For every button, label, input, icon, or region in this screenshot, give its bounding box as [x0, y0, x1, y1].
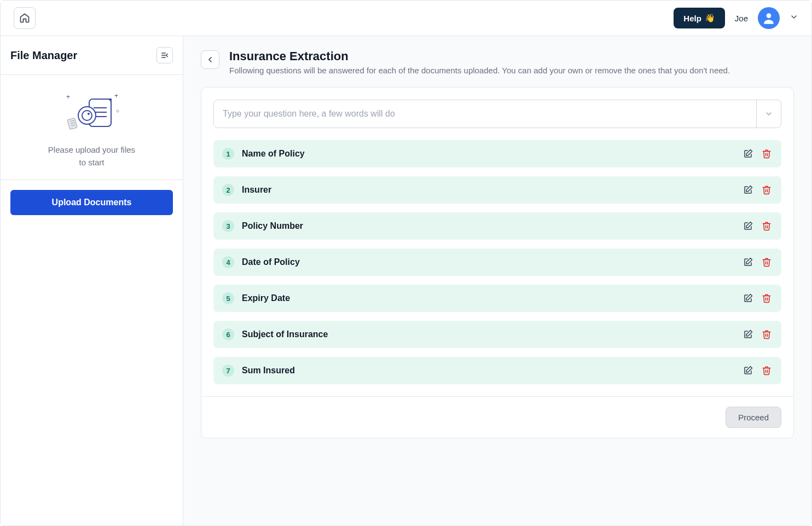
svg-point-0 [767, 13, 772, 18]
question-label: Date of Policy [242, 257, 734, 267]
question-number: 6 [222, 328, 234, 340]
question-label: Sum Insured [242, 366, 734, 375]
question-item: 3Policy Number [213, 212, 781, 240]
question-number: 2 [222, 184, 234, 196]
delete-question-button[interactable] [761, 184, 773, 196]
edit-question-button[interactable] [742, 184, 754, 196]
user-name: Joe [735, 14, 748, 23]
question-number: 1 [222, 148, 234, 160]
edit-icon [743, 257, 753, 267]
user-icon [762, 11, 776, 25]
question-item: 1Name of Policy [213, 140, 781, 167]
upload-hint-line2: to start [10, 157, 173, 169]
question-label: Policy Number [242, 221, 734, 231]
question-number: 7 [222, 365, 234, 377]
proceed-button[interactable]: Proceed [726, 407, 781, 428]
trash-icon [762, 366, 772, 375]
wave-icon: 👋 [705, 13, 715, 23]
main-content: Insurance Extraction Following questions… [183, 36, 811, 525]
question-item: 2Insurer [213, 176, 781, 204]
edit-icon [743, 185, 753, 195]
question-input[interactable] [214, 101, 756, 126]
question-item: 6Subject of Insurance [213, 321, 781, 348]
edit-question-button[interactable] [742, 328, 754, 340]
user-menu-trigger[interactable] [790, 13, 798, 24]
upload-hint: Please upload your files to start [10, 144, 173, 169]
question-item: 7Sum Insured [213, 357, 781, 384]
question-label: Name of Policy [242, 149, 734, 159]
svg-text:+: + [66, 93, 70, 101]
trash-icon [762, 257, 772, 267]
question-number: 3 [222, 220, 234, 232]
chevron-down-icon [764, 109, 773, 118]
edit-question-button[interactable] [742, 220, 754, 232]
svg-point-13 [88, 113, 90, 115]
question-label: Subject of Insurance [242, 330, 734, 339]
edit-icon [743, 221, 753, 231]
edit-question-button[interactable] [742, 365, 754, 377]
trash-icon [762, 221, 772, 231]
collapse-icon [160, 51, 169, 60]
delete-question-button[interactable] [761, 328, 773, 340]
home-icon [19, 13, 30, 24]
edit-question-button[interactable] [742, 256, 754, 268]
svg-rect-14 [67, 118, 77, 129]
delete-question-button[interactable] [761, 220, 773, 232]
chevron-left-icon [206, 55, 214, 64]
chevron-down-icon [790, 13, 798, 21]
delete-question-button[interactable] [761, 292, 773, 304]
collapse-sidebar-button[interactable] [156, 47, 173, 63]
home-button[interactable] [14, 7, 36, 29]
edit-question-button[interactable] [742, 148, 754, 160]
edit-icon [743, 293, 753, 303]
question-number: 4 [222, 256, 234, 268]
upload-documents-button[interactable]: Upload Documents [10, 190, 173, 215]
question-input-row [213, 100, 781, 128]
sidebar: File Manager + + [1, 36, 183, 525]
question-dropdown-trigger[interactable] [756, 100, 781, 128]
topbar: Help 👋 Joe [1, 1, 811, 36]
edit-question-button[interactable] [742, 292, 754, 304]
edit-icon [743, 149, 753, 159]
help-label: Help [683, 14, 701, 23]
trash-icon [762, 185, 772, 195]
page-subtitle: Following questions will be answered for… [229, 66, 730, 75]
edit-icon [743, 330, 753, 339]
help-button[interactable]: Help 👋 [674, 8, 725, 28]
question-item: 5Expiry Date [213, 285, 781, 312]
upload-illustration: + + [10, 91, 173, 135]
question-item: 4Date of Policy [213, 248, 781, 276]
question-number: 5 [222, 292, 234, 304]
edit-icon [743, 366, 753, 375]
svg-point-6 [117, 110, 119, 112]
question-label: Insurer [242, 185, 734, 195]
delete-question-button[interactable] [761, 148, 773, 160]
question-list: 1Name of Policy2Insurer3Policy Number4Da… [213, 140, 781, 384]
avatar[interactable] [758, 7, 780, 29]
upload-zone: + + [1, 75, 183, 180]
page-title: Insurance Extraction [229, 49, 730, 63]
delete-question-button[interactable] [761, 256, 773, 268]
trash-icon [762, 149, 772, 159]
questions-card: 1Name of Policy2Insurer3Policy Number4Da… [201, 87, 794, 438]
trash-icon [762, 293, 772, 303]
question-label: Expiry Date [242, 293, 734, 303]
back-button[interactable] [201, 50, 219, 69]
upload-hint-line1: Please upload your files [10, 144, 173, 157]
svg-text:+: + [114, 92, 118, 100]
svg-point-11 [78, 107, 96, 124]
sidebar-title: File Manager [10, 49, 77, 62]
trash-icon [762, 330, 772, 339]
delete-question-button[interactable] [761, 365, 773, 377]
